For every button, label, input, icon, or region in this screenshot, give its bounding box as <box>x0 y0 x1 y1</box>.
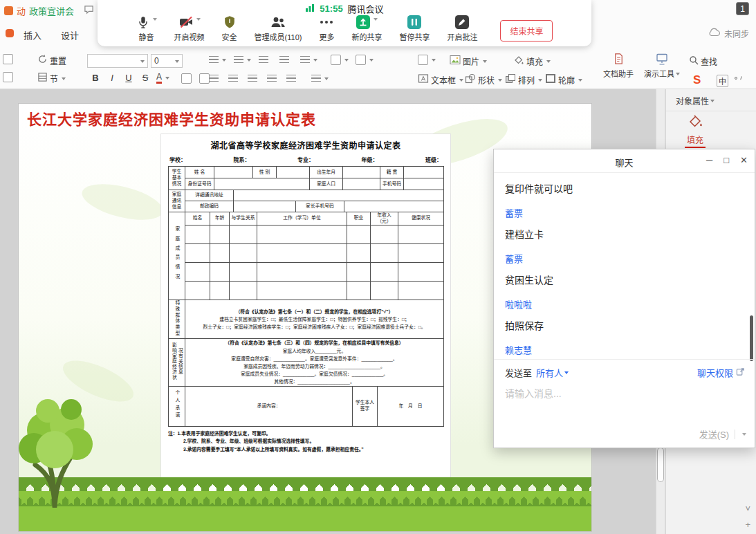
panel-header[interactable]: 对象属性 <box>666 89 756 111</box>
chat-message: 建档立卡 <box>505 227 744 241</box>
chat-message: 贫困生认定 <box>505 273 744 286</box>
table-insert-icon[interactable] <box>418 55 436 65</box>
new-share-button[interactable]: 新的共享 <box>351 15 382 42</box>
send-to-value: 所有人 <box>536 366 563 379</box>
increase-indent-icon[interactable] <box>279 56 289 64</box>
empty-cell <box>347 281 371 300</box>
present-tools-button[interactable]: 演示工具 <box>640 53 683 79</box>
columns-icon[interactable] <box>356 55 374 65</box>
app-menu-icon[interactable] <box>6 29 14 37</box>
manage-members-button[interactable]: 管理成员(110) <box>255 15 302 42</box>
align-left-icon[interactable] <box>209 75 219 82</box>
send-button[interactable]: 发送(S) <box>699 427 729 441</box>
col-header: 年收入（元） <box>371 212 398 225</box>
people-icon <box>270 15 286 33</box>
slide-scrollbar-thumb[interactable] <box>657 448 664 482</box>
justify-icon[interactable] <box>267 75 277 82</box>
chat-titlebar[interactable]: 聊天 ─ □ ✕ <box>494 149 755 173</box>
distribute-icon[interactable] <box>286 75 296 82</box>
security-button[interactable]: 安全 <box>222 15 237 42</box>
text-direction-icon[interactable] <box>331 55 349 65</box>
underline-button[interactable]: U <box>122 73 136 83</box>
font-size-combobox[interactable]: 0 <box>151 54 183 68</box>
bullet-list-icon[interactable] <box>209 56 226 64</box>
document-tab[interactable]: 动 政策宣讲会 <box>0 4 74 17</box>
paragraph-spacing-icon[interactable] <box>311 75 329 82</box>
clipped-toolbar-icon[interactable] <box>3 72 13 82</box>
pause-icon <box>407 15 422 33</box>
font-color-button[interactable]: A <box>156 73 169 84</box>
close-icon[interactable]: ✕ <box>740 155 748 165</box>
pause-share-label: 暂停共享 <box>399 31 430 42</box>
empty-cell <box>257 262 347 281</box>
search-icon <box>689 55 699 67</box>
numbered-list-icon[interactable] <box>234 56 251 64</box>
slide-headline: 长江大学家庭经济困难学生资助申请认定表 <box>27 108 316 129</box>
text-box-button[interactable]: 文本框 <box>418 73 463 86</box>
security-label: 安全 <box>222 31 237 42</box>
decrease-indent-icon[interactable] <box>259 56 268 64</box>
col-header: 年龄 <box>210 212 230 225</box>
comment-bubble-icon[interactable] <box>84 4 94 17</box>
empty-cell <box>230 262 257 281</box>
align-right-icon[interactable] <box>248 75 257 82</box>
section-button[interactable]: 节 <box>37 72 66 84</box>
cell-label: 出生年月 <box>310 167 343 178</box>
present-tools-icon <box>656 53 668 66</box>
more-label: 更多 <box>319 31 334 42</box>
symbol-icon[interactable] <box>735 76 741 80</box>
camera-label: 开启视频 <box>174 31 205 42</box>
arrange-button[interactable]: 排列 <box>505 73 542 86</box>
fill-bucket-icon <box>513 55 524 67</box>
reset-button[interactable]: 重置 <box>37 54 66 66</box>
empty-cell <box>398 281 444 300</box>
clear-format-icon[interactable] <box>199 73 210 84</box>
shape-button[interactable]: 形状 <box>465 73 502 86</box>
chat-message-list[interactable]: 复印件就可以吧 蓄票 建档立卡 蓄票 贫困生认定 啦啦啦 拍照保存 赖志慧 19… <box>494 173 755 359</box>
minimize-icon[interactable]: ─ <box>706 155 712 165</box>
pause-share-button[interactable]: 暂停共享 <box>399 15 430 42</box>
maximize-icon[interactable]: □ <box>723 155 729 165</box>
annotate-button[interactable]: 开启批注 <box>447 15 477 42</box>
notification-badge[interactable]: 1 <box>736 2 749 15</box>
fill-tool-button[interactable]: 填充 <box>679 113 712 148</box>
doc-assistant-button[interactable]: 文档助手 <box>599 53 638 79</box>
mute-button[interactable]: 静音 <box>136 15 157 42</box>
send-to-label: 发送至 <box>505 366 532 379</box>
align-center-icon[interactable] <box>228 75 238 82</box>
line-spacing-icon[interactable] <box>300 56 317 64</box>
italic-button[interactable]: I <box>105 73 119 83</box>
economic-line: 家庭遭受自然灾害：____________。家庭遭受突发意外事件：_______… <box>187 355 442 362</box>
chat-window-controls: ─ □ ✕ <box>706 155 748 165</box>
table-row: 邮政编码 家长手机号码 <box>169 201 444 212</box>
form-special-table: 特殊群体类型 （符合《认定办法》第七条（一）和（二）规定的学生，在相应选项打“√… <box>168 300 444 340</box>
wps-logo[interactable]: S <box>693 73 701 87</box>
tab-insert[interactable]: 插入 <box>24 28 42 42</box>
font-family-combobox[interactable] <box>87 54 148 68</box>
empty-cell <box>210 225 230 243</box>
tab-design[interactable]: 设计 <box>61 28 79 42</box>
ribbon-toolbar: 重置 节 0 图片 填充 B I U S A <box>0 47 756 89</box>
language-toggle[interactable]: 中 <box>717 75 728 87</box>
clipped-toolbar-icon[interactable] <box>3 54 13 64</box>
chat-scrollbar-thumb[interactable] <box>750 315 753 361</box>
find-button[interactable]: 查找 <box>689 55 717 67</box>
table-row: 特殊群体类型 （符合《认定办法》第七条（一）和（二）规定的学生，在相应选项打“√… <box>169 300 444 339</box>
chat-permission-button[interactable]: 聊天权限 <box>697 366 745 379</box>
collapse-chevron-icon[interactable]: ˅ <box>745 504 750 514</box>
arrange-label: 排列 <box>518 74 535 86</box>
send-to-selector[interactable]: 所有人 <box>536 366 569 379</box>
camera-button[interactable]: 开启视频 <box>174 15 205 42</box>
bold-button[interactable]: B <box>89 73 102 83</box>
picture-button[interactable]: 图片 <box>450 55 487 67</box>
strikethrough-button[interactable]: S <box>138 73 152 83</box>
more-button[interactable]: 更多 <box>319 15 334 42</box>
sync-status[interactable]: 未同步 <box>708 28 749 39</box>
outline-button[interactable]: 轮廓 <box>545 73 582 86</box>
chat-input[interactable] <box>494 379 755 418</box>
fill-button[interactable]: 填充 <box>513 55 551 67</box>
zoom-in-icon[interactable]: + <box>745 519 750 530</box>
superscript-icon[interactable] <box>181 73 192 84</box>
send-options-icon[interactable] <box>742 433 746 438</box>
end-share-button[interactable]: 结束共享 <box>500 20 553 42</box>
